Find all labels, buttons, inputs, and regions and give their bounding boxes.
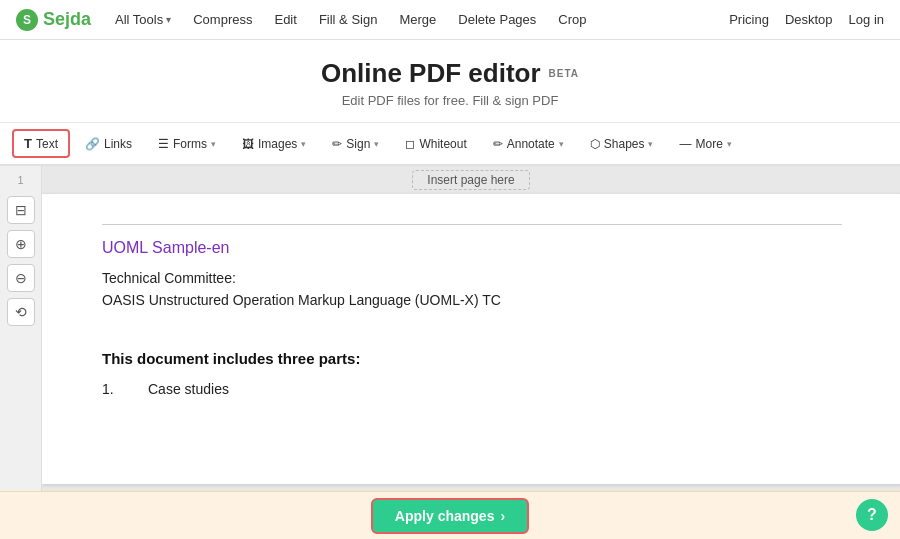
header-right: Pricing Desktop Log in bbox=[729, 12, 884, 27]
sign-icon: ✏ bbox=[332, 137, 342, 151]
nav-merge[interactable]: Merge bbox=[391, 8, 444, 31]
annotate-icon: ✏ bbox=[493, 137, 503, 151]
nav-delete-pages[interactable]: Delete Pages bbox=[450, 8, 544, 31]
whiteout-icon: ◻ bbox=[405, 137, 415, 151]
fit-page-icon: ⊟ bbox=[15, 202, 27, 218]
help-button[interactable]: ? bbox=[856, 499, 888, 531]
shapes-icon: ⬡ bbox=[590, 137, 600, 151]
logo[interactable]: S Sejda bbox=[16, 9, 91, 31]
rotate-icon: ⟲ bbox=[15, 304, 27, 320]
list-item: 1. Case studies bbox=[102, 377, 842, 402]
page-number: 1 bbox=[17, 174, 23, 186]
logo-icon: S bbox=[16, 9, 38, 31]
pdf-document-title: UOML Sample-en bbox=[102, 239, 842, 257]
toolbar-images[interactable]: 🖼 Images ▾ bbox=[231, 131, 317, 157]
pdf-committee-value: OASIS Unstructured Operation Markup Lang… bbox=[102, 289, 842, 311]
toolbar-links[interactable]: 🔗 Links bbox=[74, 131, 143, 157]
more-chevron-icon: ▾ bbox=[727, 139, 732, 149]
header-left: S Sejda All Tools ▾ Compress Edit Fill &… bbox=[16, 8, 595, 31]
toolbar-shapes[interactable]: ⬡ Shapes ▾ bbox=[579, 131, 665, 157]
zoom-out-icon: ⊖ bbox=[15, 270, 27, 286]
more-icon: — bbox=[679, 137, 691, 151]
text-icon: T bbox=[24, 136, 32, 151]
nav-crop[interactable]: Crop bbox=[550, 8, 594, 31]
zoom-in-button[interactable]: ⊕ bbox=[7, 230, 35, 258]
images-chevron-icon: ▾ bbox=[301, 139, 306, 149]
hero-title: Online PDF editor BETA bbox=[321, 58, 579, 89]
nav-all-tools[interactable]: All Tools ▾ bbox=[107, 8, 179, 31]
pdf-rule bbox=[102, 224, 842, 225]
nav-edit[interactable]: Edit bbox=[266, 8, 304, 31]
rotate-button[interactable]: ⟲ bbox=[7, 298, 35, 326]
hero-subtitle: Edit PDF files for free. Fill & sign PDF bbox=[0, 93, 900, 108]
toolbar-whiteout[interactable]: ◻ Whiteout bbox=[394, 131, 477, 157]
all-tools-chevron-icon: ▾ bbox=[166, 14, 171, 25]
nav-compress[interactable]: Compress bbox=[185, 8, 260, 31]
fit-page-button[interactable]: ⊟ bbox=[7, 196, 35, 224]
nav-fill-sign[interactable]: Fill & Sign bbox=[311, 8, 386, 31]
zoom-out-button[interactable]: ⊖ bbox=[7, 264, 35, 292]
toolbar-sign[interactable]: ✏ Sign ▾ bbox=[321, 131, 390, 157]
nav-pricing[interactable]: Pricing bbox=[729, 12, 769, 27]
forms-chevron-icon: ▾ bbox=[211, 139, 216, 149]
nav-login[interactable]: Log in bbox=[849, 12, 884, 27]
header: S Sejda All Tools ▾ Compress Edit Fill &… bbox=[0, 0, 900, 40]
toolbar-forms[interactable]: ☰ Forms ▾ bbox=[147, 131, 227, 157]
main-area: 1 ⊟ ⊕ ⊖ ⟲ Insert page here UOML Sample-e… bbox=[0, 166, 900, 529]
apply-changes-button[interactable]: Apply changes › bbox=[371, 498, 529, 534]
forms-icon: ☰ bbox=[158, 137, 169, 151]
pdf-page: UOML Sample-en Technical Committee: OASI… bbox=[42, 194, 900, 484]
toolbar: T Text 🔗 Links ☰ Forms ▾ 🖼 Images ▾ ✏ Si… bbox=[0, 123, 900, 166]
insert-page-button[interactable]: Insert page here bbox=[412, 170, 529, 190]
list-num: 1. bbox=[102, 377, 132, 402]
images-icon: 🖼 bbox=[242, 137, 254, 151]
toolbar-annotate[interactable]: ✏ Annotate ▾ bbox=[482, 131, 575, 157]
beta-badge: BETA bbox=[549, 68, 579, 79]
hero-section: Online PDF editor BETA Edit PDF files fo… bbox=[0, 40, 900, 123]
toolbar-more[interactable]: — More ▾ bbox=[668, 131, 742, 157]
toolbar-text[interactable]: T Text bbox=[12, 129, 70, 158]
nav-desktop[interactable]: Desktop bbox=[785, 12, 833, 27]
insert-page-bar: Insert page here bbox=[42, 166, 900, 194]
sign-chevron-icon: ▾ bbox=[374, 139, 379, 149]
pdf-committee-label: Technical Committee: bbox=[102, 267, 842, 289]
zoom-in-icon: ⊕ bbox=[15, 236, 27, 252]
pdf-area: Insert page here UOML Sample-en Technica… bbox=[42, 166, 900, 529]
list-label: Case studies bbox=[148, 377, 229, 402]
apply-arrow-icon: › bbox=[500, 508, 505, 524]
bottom-bar: Apply changes › bbox=[0, 491, 900, 539]
side-tools: 1 ⊟ ⊕ ⊖ ⟲ bbox=[0, 166, 42, 529]
logo-text: Sejda bbox=[43, 9, 91, 30]
links-icon: 🔗 bbox=[85, 137, 100, 151]
shapes-chevron-icon: ▾ bbox=[648, 139, 653, 149]
annotate-chevron-icon: ▾ bbox=[559, 139, 564, 149]
pdf-section-title: This document includes three parts: bbox=[102, 350, 842, 367]
